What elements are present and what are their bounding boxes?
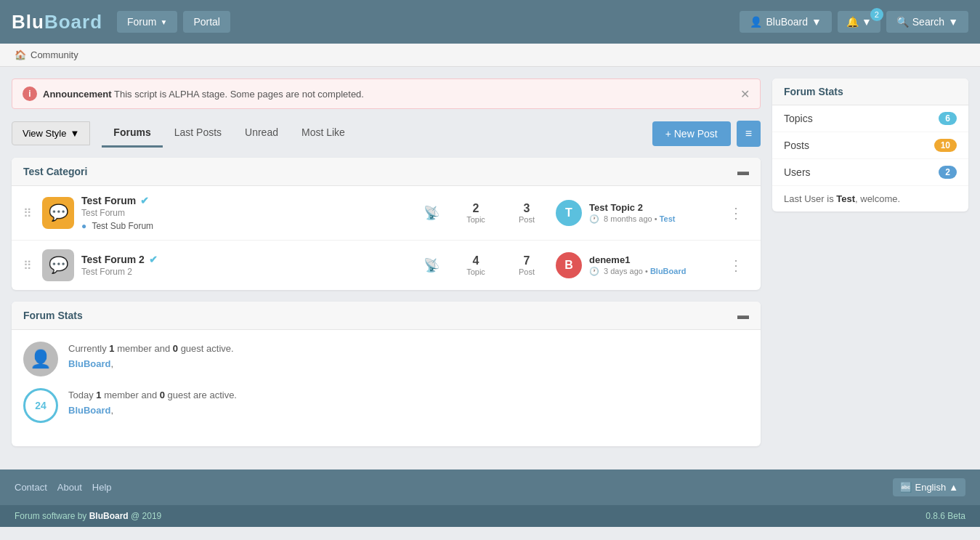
breadcrumb: 🏠 Community bbox=[0, 44, 980, 67]
today-text1: Today bbox=[68, 390, 96, 400]
view-style-button[interactable]: View Style ▼ bbox=[12, 121, 90, 145]
lang-icon: 🔤 bbox=[900, 482, 912, 493]
last-user-prefix: Last User is bbox=[784, 193, 836, 204]
forum-stats-panel: Forum Stats ▬ 👤 Currently 1 member and 0… bbox=[12, 302, 761, 446]
software-brand: BluBoard bbox=[89, 511, 129, 521]
view-style-label: View Style bbox=[23, 128, 66, 139]
row-menu-1[interactable]: ⋮ bbox=[723, 201, 749, 225]
last-user-suffix: , welcome. bbox=[855, 193, 900, 204]
active-now-text1: Currently bbox=[68, 343, 109, 354]
footer-bottom: Forum software by BluBoard @ 2019 0.8.6 … bbox=[0, 505, 980, 527]
sidebar-stat-rows: Topics 6 Posts 10 Users 2 bbox=[772, 105, 968, 186]
bell-dropdown-arrow: ▼ bbox=[862, 16, 872, 28]
announcement-close-button[interactable]: ✕ bbox=[740, 87, 750, 101]
forum-info-2: Test Forum 2 ✔ Test Forum 2 bbox=[81, 254, 409, 277]
forum-name-1: Test Forum ✔ bbox=[81, 195, 409, 206]
view-style-arrow: ▼ bbox=[70, 128, 79, 139]
forum-name-text-1[interactable]: Test Forum bbox=[81, 195, 136, 206]
forum-row: ⠿ 💬 Test Forum ✔ Test Forum ● Test Sub F… bbox=[12, 186, 761, 241]
brand-logo: BluBoard bbox=[12, 11, 102, 33]
active-now-text3: guest active. bbox=[178, 343, 234, 354]
post-count-1: 3 Post bbox=[505, 202, 548, 224]
user-avatar-icon: 👤 bbox=[23, 342, 58, 376]
user-menu-button[interactable]: 👤 BluBoard ▼ bbox=[740, 11, 831, 33]
forum-name-text-2[interactable]: Test Forum 2 bbox=[81, 254, 145, 265]
active-now-username[interactable]: BluBoard bbox=[68, 358, 111, 369]
forum-stats-title: Forum Stats bbox=[23, 310, 83, 321]
forum-stats-collapse[interactable]: ▬ bbox=[737, 309, 749, 322]
avatar-1: T bbox=[556, 200, 582, 226]
dot-2: • bbox=[645, 267, 650, 275]
today-active-row: 24 Today 1 member and 0 guest are active… bbox=[23, 388, 749, 423]
language-button[interactable]: 🔤 English ▲ bbox=[893, 478, 965, 496]
last-time-1: 8 months ago bbox=[604, 214, 652, 223]
last-topic-2[interactable]: deneme1 bbox=[589, 254, 716, 265]
category-panel-header: Test Categori ▬ bbox=[12, 158, 761, 186]
drag-handle[interactable]: ⠿ bbox=[23, 206, 32, 220]
clock-icon-2: 🕐 bbox=[589, 267, 599, 275]
footer-contact[interactable]: Contact bbox=[15, 482, 47, 493]
forum-icon-2: 💬 bbox=[42, 249, 74, 281]
post-num-2: 7 bbox=[505, 254, 548, 267]
footer-links: Contact About Help bbox=[15, 482, 112, 493]
menu-icon-button[interactable]: ≡ bbox=[737, 121, 761, 147]
last-topic-1[interactable]: Test Topic 2 bbox=[589, 202, 716, 213]
user-icon: 👤 bbox=[750, 16, 762, 28]
forum-info-1: Test Forum ✔ Test Forum ● Test Sub Forum bbox=[81, 195, 409, 231]
last-time-2: 3 days ago bbox=[604, 267, 643, 275]
lang-arrow: ▲ bbox=[949, 482, 958, 493]
brand-text-2: Board bbox=[44, 11, 102, 33]
search-button[interactable]: 🔍 Search ▼ bbox=[886, 11, 968, 33]
row-menu-2[interactable]: ⋮ bbox=[723, 254, 749, 277]
forum-button[interactable]: Forum ▼ bbox=[117, 11, 177, 33]
category-collapse-button[interactable]: ▬ bbox=[737, 165, 749, 178]
last-post-meta-2: 🕐 3 days ago • BluBoard bbox=[589, 267, 716, 276]
category-panel: Test Categori ▬ ⠿ 💬 Test Forum ✔ Test Fo… bbox=[12, 158, 761, 290]
last-user-2[interactable]: BluBoard bbox=[650, 267, 687, 275]
sidebar-stats-panel: Forum Stats Topics 6 Posts 10 Users 2 La… bbox=[772, 78, 968, 211]
software-text: Forum software by BluBoard @ 2019 bbox=[15, 511, 161, 521]
brand-text-1: Blu bbox=[12, 11, 44, 33]
main-container: i Announcement This script is ALPHA stag… bbox=[0, 67, 980, 470]
portal-button[interactable]: Portal bbox=[183, 11, 230, 33]
currently-active-row: 👤 Currently 1 member and 0 guest active.… bbox=[23, 342, 749, 376]
footer-help[interactable]: Help bbox=[92, 482, 112, 493]
stat-label-posts: Posts bbox=[784, 140, 809, 151]
lang-label: English bbox=[915, 482, 946, 493]
topic-lbl-1: Topic bbox=[454, 215, 498, 224]
feed-icon-2[interactable]: 📡 bbox=[424, 257, 440, 273]
topic-num-2: 4 bbox=[454, 254, 498, 267]
portal-btn-label: Portal bbox=[193, 16, 220, 28]
today-username[interactable]: BluBoard bbox=[68, 405, 111, 416]
tab-most-like[interactable]: Most Like bbox=[290, 119, 357, 148]
check-icon-1: ✔ bbox=[140, 195, 149, 206]
today-comma: , bbox=[111, 405, 114, 416]
home-icon: 🏠 bbox=[15, 49, 26, 60]
dot-1: • bbox=[655, 214, 660, 223]
stat-label-topics: Topics bbox=[784, 113, 813, 124]
today-clock-icon: 24 bbox=[23, 388, 58, 423]
check-icon-2: ✔ bbox=[149, 254, 158, 265]
announcement-text: Announcement This script is ALPHA stage.… bbox=[43, 89, 364, 100]
content-area: i Announcement This script is ALPHA stag… bbox=[12, 78, 761, 458]
tab-last-posts[interactable]: Last Posts bbox=[163, 119, 233, 148]
notifications-button[interactable]: 🔔 ▼ 2 bbox=[838, 11, 880, 33]
tabs-bar: View Style ▼ Forums Last Posts Unread Mo… bbox=[12, 119, 761, 148]
last-user-1[interactable]: Test bbox=[660, 214, 676, 223]
search-icon: 🔍 bbox=[896, 16, 909, 28]
tab-forums[interactable]: Forums bbox=[102, 119, 162, 148]
breadcrumb-text: Community bbox=[31, 49, 78, 60]
announcement-icon: i bbox=[23, 86, 37, 101]
drag-handle-2[interactable]: ⠿ bbox=[23, 259, 32, 273]
sidebar: Forum Stats Topics 6 Posts 10 Users 2 La… bbox=[772, 78, 968, 458]
sub-forum-dot-1: ● bbox=[81, 221, 86, 231]
currently-active-text: Currently 1 member and 0 guest active. B… bbox=[68, 342, 234, 372]
sub-forum-text-1[interactable]: Test Sub Forum bbox=[92, 221, 153, 231]
navbar-right: 👤 BluBoard ▼ 🔔 ▼ 2 🔍 Search ▼ bbox=[740, 11, 968, 33]
forum-name-2: Test Forum 2 ✔ bbox=[81, 254, 409, 265]
new-post-button[interactable]: + New Post bbox=[652, 121, 731, 146]
feed-icon-1[interactable]: 📡 bbox=[424, 205, 440, 221]
tab-unread[interactable]: Unread bbox=[233, 119, 290, 148]
footer-about[interactable]: About bbox=[57, 482, 82, 493]
topic-count-2: 4 Topic bbox=[454, 254, 498, 276]
